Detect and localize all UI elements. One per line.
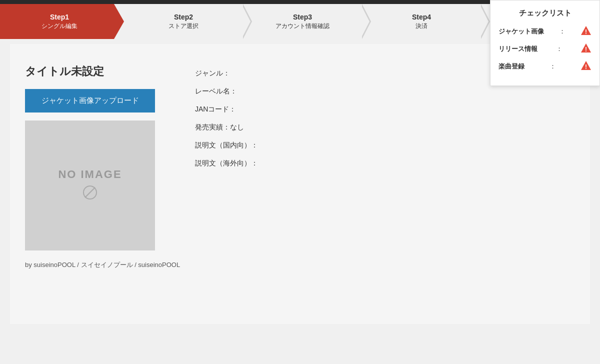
step2-number: Step2 bbox=[174, 13, 193, 21]
svg-text:!: ! bbox=[585, 64, 587, 70]
checklist-item-release: リリース情報 ： ! bbox=[498, 42, 592, 55]
checklist-item-jacket: ジャケット画像 ： ! bbox=[498, 25, 592, 38]
svg-text:!: ! bbox=[585, 28, 587, 36]
step1-number: Step1 bbox=[50, 13, 69, 21]
checklist-jacket-label: ジャケット画像 bbox=[498, 27, 544, 36]
checklist-release-label: リリース情報 bbox=[498, 44, 538, 54]
checklist-release-colon: ： bbox=[538, 44, 580, 54]
jan-code-row: JANコード： bbox=[195, 105, 575, 114]
checklist-music-colon: ： bbox=[524, 62, 580, 71]
product-title: タイトル未設定 bbox=[25, 64, 104, 79]
checklist-title: チェックリスト bbox=[498, 8, 592, 18]
no-image-box: NO IMAGE bbox=[25, 120, 155, 250]
step4-label: 決済 bbox=[416, 22, 428, 30]
no-image-text: NO IMAGE bbox=[58, 168, 122, 181]
step2-label: ストア選択 bbox=[168, 22, 198, 30]
right-section: ジャンル： レーベル名： JANコード： 発売実績：なし 説明文（国内向）： 説… bbox=[195, 64, 575, 250]
svg-text:!: ! bbox=[585, 46, 587, 53]
checklist-panel: チェックリスト ジャケット画像 ： ! リリース情報 ： ! 楽曲登録 ： ! bbox=[490, 0, 600, 86]
checklist-jacket-colon: ： bbox=[544, 27, 580, 36]
step1-label: シングル編集 bbox=[42, 22, 78, 30]
left-section: タイトル未設定 ジャケット画像アップロード NO IMAGE bbox=[25, 64, 165, 250]
checklist-music-warning-icon: ! bbox=[580, 60, 592, 72]
label-name-row: レーベル名： bbox=[195, 87, 575, 96]
step-4[interactable]: Step4 決済 bbox=[362, 4, 481, 39]
checklist-release-warning-icon: ! bbox=[580, 42, 592, 55]
product-section: タイトル未設定 ジャケット画像アップロード NO IMAGE ジャンル： レーベ… bbox=[25, 64, 575, 250]
by-line: by suiseinoPOOL / スイセイノプール / suiseinoPOO… bbox=[25, 260, 575, 270]
step4-number: Step4 bbox=[412, 13, 431, 21]
upload-jacket-button[interactable]: ジャケット画像アップロード bbox=[25, 89, 155, 112]
step-1[interactable]: Step1 シングル編集 bbox=[0, 4, 124, 39]
step-3[interactable]: Step3 アカウント情報確認 bbox=[243, 4, 362, 39]
description-domestic-row: 説明文（国内向）： bbox=[195, 141, 575, 150]
description-overseas-row: 説明文（海外向）： bbox=[195, 159, 575, 168]
checklist-item-music: 楽曲登録 ： ! bbox=[498, 60, 592, 72]
checklist-jacket-warning-icon: ! bbox=[580, 25, 592, 38]
checklist-music-label: 楽曲登録 bbox=[498, 62, 524, 71]
step3-label: アカウント情報確認 bbox=[276, 22, 330, 30]
content-area: 編 集 タイトル未設定 ジャケット画像アップロード NO IMAGE ジャンル：… bbox=[10, 44, 590, 324]
step3-number: Step3 bbox=[293, 13, 312, 21]
step-2[interactable]: Step2 ストア選択 bbox=[124, 4, 243, 39]
svg-line-7 bbox=[85, 188, 95, 198]
sales-record-row: 発売実績：なし bbox=[195, 123, 575, 132]
no-image-icon bbox=[82, 185, 98, 203]
